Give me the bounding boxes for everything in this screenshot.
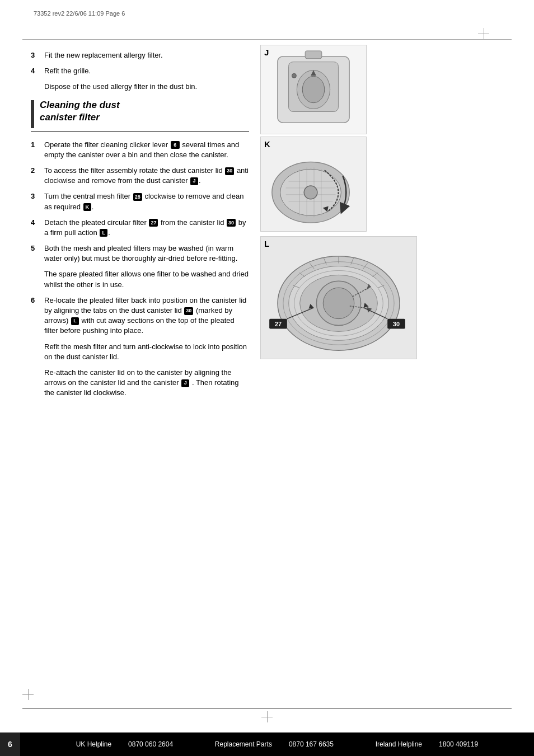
step-num-5: 5	[31, 243, 40, 264]
svg-point-3	[302, 76, 325, 102]
crosshair-bottom-center	[261, 711, 273, 722]
heading-bar	[31, 100, 34, 128]
step-2: 2 To access the filter assembly rotate t…	[31, 166, 249, 186]
footer-sep-1	[192, 740, 196, 748]
marker-30a: 30	[225, 167, 234, 175]
step-text-2: To access the filter assembly rotate the…	[44, 166, 249, 186]
replacement-label: Replacement Parts	[215, 740, 272, 748]
step-6: 6 Re-locate the pleated filter back into…	[31, 295, 249, 336]
heading-line1: Cleaning the dust	[40, 100, 120, 110]
marker-L-step4: L	[100, 229, 107, 237]
step-text-6: Re-locate the pleated filter back into p…	[44, 295, 249, 336]
sub-para-5: The spare pleated filter allows one filt…	[44, 269, 249, 289]
diagram-K-svg	[261, 137, 366, 231]
ireland-number: 1800 409119	[439, 740, 478, 748]
step-num-1: 1	[31, 140, 40, 160]
diagram-J: J	[260, 45, 367, 134]
diagram-L-svg: 27 30	[261, 237, 416, 359]
step-num-2: 2	[31, 166, 40, 186]
step-text-3: Turn the central mesh filter 28 clockwis…	[44, 191, 249, 212]
heading-text: Cleaning the dust canister filter	[40, 99, 120, 124]
footer-page-number: 6	[0, 732, 20, 756]
crosshair-top-right	[478, 28, 489, 39]
footer-text: UK Helpline 0870 060 2604 Replacement Pa…	[20, 740, 534, 748]
right-column: J K	[260, 45, 503, 706]
step-text-4: Detach the pleated circular filter 27 fr…	[44, 218, 249, 238]
step-text-5: Both the mesh and pleated filters may be…	[44, 243, 249, 264]
step-4-top: 4 Refit the grille.	[31, 66, 249, 76]
marker-J-step2: J	[190, 177, 198, 185]
marker-28: 28	[133, 193, 142, 201]
step-text-3-top: Fit the new replacement allergy filter.	[44, 50, 163, 60]
replacement-number: 0870 167 6635	[289, 740, 334, 748]
diagram-L: L	[260, 236, 417, 359]
svg-rect-5	[305, 51, 322, 59]
svg-point-4	[292, 73, 296, 78]
marker-6: 6	[171, 141, 180, 149]
step-5: 5 Both the mesh and pleated filters may …	[31, 243, 249, 264]
step-num-6: 6	[31, 295, 40, 336]
ireland-label: Ireland Helpline	[376, 740, 422, 748]
sub-para-6a: Refit the mesh filter and turn anti-cloc…	[44, 342, 249, 362]
svg-point-33	[323, 288, 354, 318]
hr-top	[22, 39, 512, 40]
diagram-K-label: K	[264, 139, 270, 149]
left-column: 3 Fit the new replacement allergy filter…	[31, 45, 249, 706]
hr-bottom	[22, 708, 512, 708]
step-num-3: 3	[31, 191, 40, 212]
marker-30c: 30	[184, 307, 193, 315]
diagram-L-label: L	[264, 239, 269, 248]
marker-J-6b: J	[181, 379, 189, 387]
section-heading: Cleaning the dust canister filter	[31, 99, 249, 132]
step-1: 1 Operate the filter cleaning clicker le…	[31, 140, 249, 160]
diagram-J-label: J	[264, 48, 269, 57]
step-text-4-top: Refit the grille.	[44, 66, 91, 76]
diagram-J-svg	[261, 45, 366, 134]
svg-text:27: 27	[275, 321, 282, 327]
step-num-3-top: 3	[31, 50, 40, 60]
sub-para-top: Dispose of the used allergy filter in th…	[44, 82, 249, 92]
footer-sep-2	[353, 740, 357, 748]
svg-text:30: 30	[393, 321, 400, 327]
marker-27: 27	[149, 219, 158, 227]
meta-line: 73352 rev2 22/6/06 11:09 Page 6	[34, 10, 125, 17]
marker-L-step6: L	[71, 317, 79, 325]
heading-line2: canister filter	[40, 112, 100, 123]
uk-helpline-number: 0870 060 2604	[128, 740, 173, 748]
step-text-1: Operate the filter cleaning clicker leve…	[44, 140, 249, 160]
step-3: 3 Turn the central mesh filter 28 clockw…	[31, 191, 249, 212]
page-wrapper: 73352 rev2 22/6/06 11:09 Page 6 3 Fit th…	[0, 0, 534, 756]
step-num-4: 4	[31, 218, 40, 238]
marker-30b: 30	[227, 219, 236, 227]
step-num-4-top: 4	[31, 66, 40, 76]
uk-helpline-label: UK Helpline	[76, 740, 111, 748]
sub-para-6b: Re-attach the canister lid on to the can…	[44, 368, 249, 398]
step-3-top: 3 Fit the new replacement allergy filter…	[31, 50, 249, 60]
svg-point-16	[304, 186, 317, 199]
marker-K-step3: K	[83, 203, 91, 211]
step-4: 4 Detach the pleated circular filter 27 …	[31, 218, 249, 238]
content-area: 3 Fit the new replacement allergy filter…	[31, 45, 503, 706]
diagram-K: K	[260, 137, 367, 232]
footer-bar: 6 UK Helpline 0870 060 2604 Replacement …	[0, 732, 534, 756]
